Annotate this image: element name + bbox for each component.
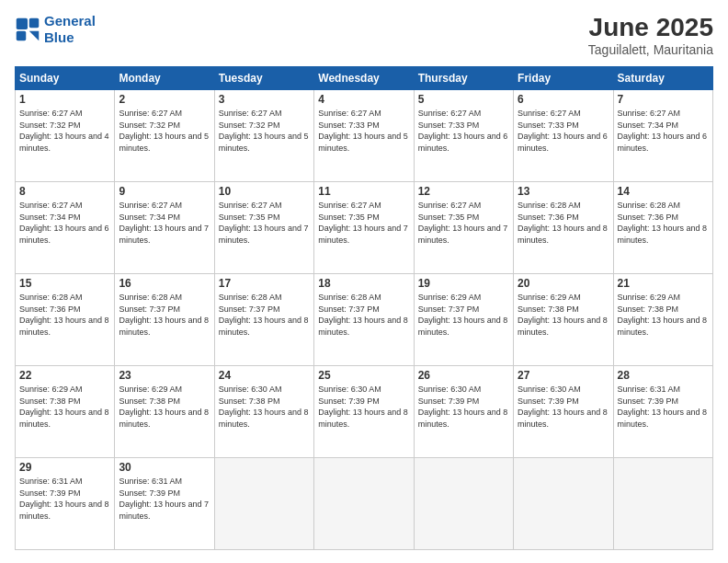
day-number: 26 xyxy=(418,369,509,382)
table-cell xyxy=(414,458,513,550)
day-number: 29 xyxy=(19,461,110,474)
cell-info: Sunrise: 6:28 AMSunset: 7:36 PMDaylight:… xyxy=(19,292,110,338)
table-cell: 6Sunrise: 6:27 AMSunset: 7:33 PMDaylight… xyxy=(514,90,613,182)
cell-info: Sunrise: 6:28 AMSunset: 7:36 PMDaylight:… xyxy=(618,200,709,246)
table-cell: 1Sunrise: 6:27 AMSunset: 7:32 PMDaylight… xyxy=(16,90,115,182)
cell-info: Sunrise: 6:30 AMSunset: 7:39 PMDaylight:… xyxy=(318,384,409,430)
table-cell: 26Sunrise: 6:30 AMSunset: 7:39 PMDayligh… xyxy=(414,366,513,458)
day-number: 25 xyxy=(318,369,409,382)
day-number: 16 xyxy=(119,277,210,290)
cell-info: Sunrise: 6:29 AMSunset: 7:38 PMDaylight:… xyxy=(618,292,709,338)
day-number: 5 xyxy=(418,93,509,106)
table-cell: 23Sunrise: 6:29 AMSunset: 7:38 PMDayligh… xyxy=(115,366,214,458)
table-cell: 19Sunrise: 6:29 AMSunset: 7:37 PMDayligh… xyxy=(414,274,513,366)
day-number: 20 xyxy=(518,277,609,290)
table-cell: 13Sunrise: 6:28 AMSunset: 7:36 PMDayligh… xyxy=(514,182,613,274)
day-number: 3 xyxy=(219,93,310,106)
day-number: 1 xyxy=(19,93,110,106)
table-row: 22Sunrise: 6:29 AMSunset: 7:38 PMDayligh… xyxy=(16,366,713,458)
cell-info: Sunrise: 6:29 AMSunset: 7:38 PMDaylight:… xyxy=(19,384,110,430)
table-cell: 20Sunrise: 6:29 AMSunset: 7:38 PMDayligh… xyxy=(514,274,613,366)
day-number: 6 xyxy=(518,93,609,106)
table-row: 8Sunrise: 6:27 AMSunset: 7:34 PMDaylight… xyxy=(16,182,713,274)
table-cell: 7Sunrise: 6:27 AMSunset: 7:34 PMDaylight… xyxy=(613,90,712,182)
table-cell: 10Sunrise: 6:27 AMSunset: 7:35 PMDayligh… xyxy=(214,182,313,274)
table-cell xyxy=(613,458,712,550)
cell-info: Sunrise: 6:27 AMSunset: 7:35 PMDaylight:… xyxy=(418,200,509,246)
cell-info: Sunrise: 6:31 AMSunset: 7:39 PMDaylight:… xyxy=(19,476,110,522)
day-number: 8 xyxy=(19,185,110,198)
cell-info: Sunrise: 6:27 AMSunset: 7:34 PMDaylight:… xyxy=(19,200,110,246)
svg-marker-3 xyxy=(29,31,40,41)
day-number: 9 xyxy=(119,185,210,198)
table-cell: 5Sunrise: 6:27 AMSunset: 7:33 PMDaylight… xyxy=(414,90,513,182)
table-cell: 25Sunrise: 6:30 AMSunset: 7:39 PMDayligh… xyxy=(314,366,414,458)
day-number: 23 xyxy=(119,369,210,382)
day-number: 13 xyxy=(518,185,609,198)
day-number: 24 xyxy=(219,369,310,382)
col-sunday: Sunday xyxy=(16,67,115,90)
cell-info: Sunrise: 6:29 AMSunset: 7:38 PMDaylight:… xyxy=(518,292,609,338)
table-cell: 18Sunrise: 6:28 AMSunset: 7:37 PMDayligh… xyxy=(314,274,414,366)
day-number: 19 xyxy=(418,277,509,290)
svg-rect-1 xyxy=(29,18,40,29)
cell-info: Sunrise: 6:27 AMSunset: 7:32 PMDaylight:… xyxy=(19,108,110,154)
table-cell: 3Sunrise: 6:27 AMSunset: 7:32 PMDaylight… xyxy=(214,90,313,182)
day-number: 15 xyxy=(19,277,110,290)
table-cell: 24Sunrise: 6:30 AMSunset: 7:38 PMDayligh… xyxy=(214,366,313,458)
header-row: Sunday Monday Tuesday Wednesday Thursday… xyxy=(16,67,713,90)
cell-info: Sunrise: 6:27 AMSunset: 7:33 PMDaylight:… xyxy=(418,108,509,154)
col-tuesday: Tuesday xyxy=(214,67,313,90)
logo-icon xyxy=(15,17,40,42)
cell-info: Sunrise: 6:28 AMSunset: 7:36 PMDaylight:… xyxy=(518,200,609,246)
day-number: 12 xyxy=(418,185,509,198)
cell-info: Sunrise: 6:27 AMSunset: 7:32 PMDaylight:… xyxy=(219,108,310,154)
col-saturday: Saturday xyxy=(613,67,712,90)
day-number: 17 xyxy=(219,277,310,290)
day-number: 14 xyxy=(618,185,709,198)
table-cell: 8Sunrise: 6:27 AMSunset: 7:34 PMDaylight… xyxy=(16,182,115,274)
day-number: 2 xyxy=(119,93,210,106)
calendar-table: Sunday Monday Tuesday Wednesday Thursday… xyxy=(15,66,713,550)
table-cell: 28Sunrise: 6:31 AMSunset: 7:39 PMDayligh… xyxy=(613,366,712,458)
col-friday: Friday xyxy=(514,67,613,90)
day-number: 30 xyxy=(119,461,210,474)
cell-info: Sunrise: 6:30 AMSunset: 7:39 PMDaylight:… xyxy=(518,384,609,430)
cell-info: Sunrise: 6:27 AMSunset: 7:34 PMDaylight:… xyxy=(119,200,210,246)
day-number: 27 xyxy=(518,369,609,382)
cell-info: Sunrise: 6:28 AMSunset: 7:37 PMDaylight:… xyxy=(119,292,210,338)
page: General Blue June 2025 Taguilalett, Maur… xyxy=(0,0,728,563)
svg-rect-0 xyxy=(17,18,28,29)
cell-info: Sunrise: 6:29 AMSunset: 7:38 PMDaylight:… xyxy=(119,384,210,430)
cell-info: Sunrise: 6:28 AMSunset: 7:37 PMDaylight:… xyxy=(318,292,409,338)
cell-info: Sunrise: 6:27 AMSunset: 7:33 PMDaylight:… xyxy=(518,108,609,154)
day-number: 7 xyxy=(618,93,709,106)
table-cell: 11Sunrise: 6:27 AMSunset: 7:35 PMDayligh… xyxy=(314,182,414,274)
cell-info: Sunrise: 6:27 AMSunset: 7:34 PMDaylight:… xyxy=(618,108,709,154)
day-number: 11 xyxy=(318,185,409,198)
svg-rect-2 xyxy=(17,31,27,41)
table-cell: 9Sunrise: 6:27 AMSunset: 7:34 PMDaylight… xyxy=(115,182,214,274)
location-title: Taguilalett, Mauritania xyxy=(588,42,713,57)
table-row: 29Sunrise: 6:31 AMSunset: 7:39 PMDayligh… xyxy=(16,458,713,550)
logo-line2: Blue xyxy=(44,29,74,45)
logo-line1: General xyxy=(44,13,96,29)
table-cell: 29Sunrise: 6:31 AMSunset: 7:39 PMDayligh… xyxy=(16,458,115,550)
table-cell: 4Sunrise: 6:27 AMSunset: 7:33 PMDaylight… xyxy=(314,90,414,182)
table-cell xyxy=(514,458,613,550)
col-wednesday: Wednesday xyxy=(314,67,414,90)
table-cell: 22Sunrise: 6:29 AMSunset: 7:38 PMDayligh… xyxy=(16,366,115,458)
cell-info: Sunrise: 6:30 AMSunset: 7:39 PMDaylight:… xyxy=(418,384,509,430)
cell-info: Sunrise: 6:27 AMSunset: 7:32 PMDaylight:… xyxy=(119,108,210,154)
table-cell: 12Sunrise: 6:27 AMSunset: 7:35 PMDayligh… xyxy=(414,182,513,274)
table-cell xyxy=(314,458,414,550)
cell-info: Sunrise: 6:27 AMSunset: 7:35 PMDaylight:… xyxy=(318,200,409,246)
logo-text: General Blue xyxy=(44,13,96,46)
cell-info: Sunrise: 6:27 AMSunset: 7:35 PMDaylight:… xyxy=(219,200,310,246)
day-number: 10 xyxy=(219,185,310,198)
table-cell: 30Sunrise: 6:31 AMSunset: 7:39 PMDayligh… xyxy=(115,458,214,550)
table-cell xyxy=(214,458,313,550)
day-number: 4 xyxy=(318,93,409,106)
table-cell: 15Sunrise: 6:28 AMSunset: 7:36 PMDayligh… xyxy=(16,274,115,366)
table-cell: 17Sunrise: 6:28 AMSunset: 7:37 PMDayligh… xyxy=(214,274,313,366)
